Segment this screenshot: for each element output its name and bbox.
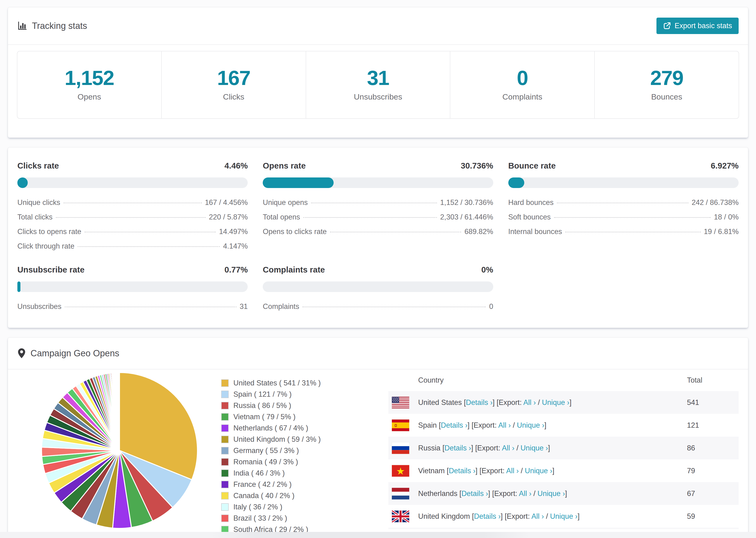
legend-swatch: [221, 458, 229, 466]
legend-label: Netherlands ( 67 / 4% ): [233, 424, 308, 432]
rate-row-value: 0: [489, 302, 493, 311]
stat-label: Clicks: [162, 92, 306, 101]
export-all-link[interactable]: All ›: [519, 489, 531, 498]
rate-row-label: Click through rate: [17, 242, 75, 250]
country-name: Spain: [418, 421, 439, 429]
export-all-link[interactable]: All ›: [523, 398, 536, 406]
rate-row-label: Clicks to opens rate: [17, 228, 81, 236]
stat-label: Bounces: [595, 92, 739, 101]
pie-legend: United States ( 541 / 31% )Spain ( 121 /…: [215, 369, 379, 538]
rate-detail-row: Internal bounces19 / 6.81%: [508, 228, 739, 236]
total-column-header: Total: [687, 376, 739, 385]
page-bottom-strip: [0, 532, 756, 538]
rate-progress-bar: [263, 178, 493, 188]
rate-title: Unsubscribe rate: [17, 265, 84, 274]
rate-row-value: 689.82%: [464, 228, 493, 236]
export-all-link[interactable]: All ›: [502, 444, 514, 452]
stat-label: Opens: [17, 92, 161, 101]
legend-swatch: [221, 447, 229, 455]
campaign-geo-opens-card: Campaign Geo Opens United States ( 541 /…: [8, 337, 748, 538]
rate-detail-row: Hard bounces242 / 86.738%: [508, 198, 739, 207]
legend-item: Romania ( 49 / 3% ): [221, 458, 379, 466]
legend-swatch: [221, 481, 229, 488]
legend-swatch: [221, 402, 229, 409]
legend-item: Brazil ( 33 / 2% ): [221, 514, 379, 522]
rate-title: Opens rate: [263, 161, 306, 170]
export-basic-stats-button[interactable]: Export basic stats: [657, 18, 739, 34]
summary-stat-unsubscribes: 31Unsubscribes: [306, 51, 451, 118]
summary-stat-clicks: 167Clicks: [162, 51, 306, 118]
country-name: United Kingdom: [418, 512, 472, 520]
rate-detail-row: Soft bounces18 / 0%: [508, 213, 739, 221]
rate-panel-unsubscribe: Unsubscribe rate0.77%Unsubscribes31: [17, 265, 248, 311]
legend-item: Germany ( 55 / 3% ): [221, 447, 379, 455]
country-column-header: Country: [418, 376, 444, 385]
geo-table: Country Total United States [Details ›] …: [388, 369, 739, 529]
country-cell: Netherlands [Details ›] [Export: All › /…: [418, 489, 567, 498]
stat-value: 1,152: [17, 66, 161, 90]
rate-panel-bounce: Bounce rate6.927%Hard bounces242 / 86.73…: [508, 161, 739, 250]
legend-item: Canada ( 40 / 2% ): [221, 492, 379, 500]
rate-detail-row: Unique opens1,152 / 30.736%: [263, 198, 493, 207]
tracking-stats-header: Tracking stats Export basic stats: [8, 7, 748, 45]
rate-panel-complaints: Complaints rate0%Complaints0: [263, 265, 493, 311]
legend-label: Vietnam ( 79 / 5% ): [233, 413, 296, 421]
legend-item: India ( 46 / 3% ): [221, 469, 379, 477]
rate-row-label: Total opens: [263, 213, 300, 221]
export-unique-link[interactable]: Unique ›: [550, 512, 577, 520]
details-link[interactable]: Details ›: [474, 512, 501, 520]
stat-label: Complaints: [450, 92, 594, 101]
geo-table-row-gb: United Kingdom [Details ›] [Export: All …: [388, 505, 739, 528]
geo-table-row-ru: Russia [Details ›] [Export: All › / Uniq…: [388, 437, 739, 459]
rate-row-label: Opens to clicks rate: [263, 228, 327, 236]
rate-progress-fill: [17, 178, 28, 188]
rate-row-value: 242 / 86.738%: [692, 198, 739, 207]
legend-item: United States ( 541 / 31% ): [221, 379, 379, 387]
country-cell: Vietnam [Details ›] [Export: All › / Uni…: [418, 467, 554, 475]
details-link[interactable]: Details ›: [441, 421, 468, 429]
dotted-leader: [302, 306, 486, 307]
legend-label: France ( 42 / 2% ): [233, 480, 292, 489]
rates-card: Clicks rate4.46%Unique clicks167 / 4.456…: [8, 147, 748, 328]
export-all-link[interactable]: All ›: [531, 512, 544, 520]
rate-detail-row: Complaints0: [263, 302, 493, 311]
vn-flag-icon: [392, 465, 409, 477]
rate-value: 4.46%: [225, 161, 248, 170]
export-unique-link[interactable]: Unique ›: [537, 489, 565, 498]
geo-table-header: Country Total: [388, 369, 739, 391]
legend-label: Brazil ( 33 / 2% ): [233, 514, 287, 522]
rate-detail-row: Unsubscribes31: [17, 302, 248, 311]
dotted-leader: [330, 232, 461, 232]
details-link[interactable]: Details ›: [445, 444, 471, 452]
rate-value: 0.77%: [225, 265, 248, 274]
details-link[interactable]: Details ›: [461, 489, 488, 498]
export-all-link[interactable]: All ›: [498, 421, 511, 429]
country-cell: United Kingdom [Details ›] [Export: All …: [418, 512, 580, 521]
details-link[interactable]: Details ›: [449, 467, 475, 475]
legend-label: India ( 46 / 3% ): [233, 469, 285, 477]
details-link[interactable]: Details ›: [466, 398, 493, 406]
gb-flag-icon: [392, 511, 409, 522]
export-unique-link[interactable]: Unique ›: [542, 398, 569, 406]
country-cell: United States [Details ›] [Export: All ›…: [418, 398, 571, 407]
export-unique-link[interactable]: Unique ›: [520, 444, 548, 452]
rates-grid: Clicks rate4.46%Unique clicks167 / 4.456…: [8, 147, 748, 328]
rate-row-value: 19 / 6.81%: [704, 228, 739, 236]
rate-detail-row: Total clicks220 / 5.87%: [17, 213, 248, 221]
map-marker-icon: [17, 348, 26, 359]
rate-detail-row: Total opens2,303 / 61.446%: [263, 213, 493, 221]
pie-chart-svg: [38, 369, 200, 531]
geo-title: Campaign Geo Opens: [30, 348, 119, 358]
export-unique-link[interactable]: Unique ›: [517, 421, 544, 429]
rate-progress-fill: [508, 178, 524, 188]
export-unique-link[interactable]: Unique ›: [525, 467, 552, 475]
nl-flag-icon: [392, 488, 409, 500]
geo-table-row-vn: Vietnam [Details ›] [Export: All › / Uni…: [388, 459, 739, 482]
country-cell: Spain [Details ›] [Export: All › / Uniqu…: [418, 421, 546, 430]
rate-row-label: Total clicks: [17, 213, 53, 221]
legend-item: Spain ( 121 / 7% ): [221, 390, 379, 399]
export-all-link[interactable]: All ›: [506, 467, 519, 475]
geo-table-row-us: United States [Details ›] [Export: All ›…: [388, 391, 739, 414]
rate-row-value: 167 / 4.456%: [205, 198, 248, 207]
legend-swatch: [221, 469, 229, 477]
